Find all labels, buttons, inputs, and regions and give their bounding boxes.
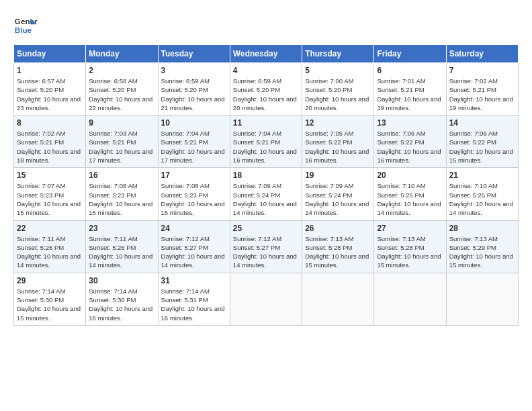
calendar-day-cell: 4 Sunrise: 6:59 AMSunset: 5:20 PMDayligh… — [230, 63, 302, 116]
day-info: Sunrise: 7:14 AMSunset: 5:31 PMDaylight:… — [161, 287, 225, 322]
day-info: Sunrise: 7:07 AMSunset: 5:23 PMDaylight:… — [17, 182, 81, 216]
calendar-day-cell: 27 Sunrise: 7:13 AMSunset: 5:28 PMDaylig… — [374, 220, 446, 273]
day-info: Sunrise: 7:13 AMSunset: 5:29 PMDaylight:… — [449, 235, 513, 269]
calendar-day-cell: 14 Sunrise: 7:06 AMSunset: 5:22 PMDaylig… — [446, 116, 518, 168]
weekday-header-sunday: Sunday — [14, 45, 86, 63]
weekday-header-thursday: Thursday — [302, 45, 374, 63]
calendar-day-cell: 16 Sunrise: 7:08 AMSunset: 5:23 PMDaylig… — [86, 168, 158, 220]
calendar-day-cell: 22 Sunrise: 7:11 AMSunset: 5:26 PMDaylig… — [14, 220, 86, 273]
day-info: Sunrise: 7:10 AMSunset: 5:25 PMDaylight:… — [449, 182, 513, 216]
day-info: Sunrise: 7:02 AMSunset: 5:21 PMDaylight:… — [17, 130, 81, 164]
calendar-day-cell: 17 Sunrise: 7:08 AMSunset: 5:23 PMDaylig… — [158, 168, 230, 220]
calendar-day-cell: 21 Sunrise: 7:10 AMSunset: 5:25 PMDaylig… — [446, 168, 518, 220]
day-number: 30 — [89, 276, 154, 285]
day-number: 13 — [377, 118, 443, 128]
day-info: Sunrise: 7:06 AMSunset: 5:22 PMDaylight:… — [377, 130, 441, 164]
day-number: 26 — [305, 224, 371, 233]
calendar-day-cell: 31 Sunrise: 7:14 AMSunset: 5:31 PMDaylig… — [158, 273, 230, 325]
day-number: 8 — [17, 118, 83, 128]
calendar-week-row: 15 Sunrise: 7:07 AMSunset: 5:23 PMDaylig… — [14, 168, 519, 220]
calendar-day-cell: 23 Sunrise: 7:11 AMSunset: 5:26 PMDaylig… — [86, 220, 158, 273]
day-number: 21 — [449, 171, 515, 180]
calendar-day-cell — [374, 273, 446, 325]
logo-icon: General Blue — [13, 13, 38, 38]
calendar-day-cell — [302, 273, 374, 325]
day-info: Sunrise: 7:14 AMSunset: 5:30 PMDaylight:… — [89, 287, 152, 322]
calendar-day-cell: 25 Sunrise: 7:12 AMSunset: 5:27 PMDaylig… — [230, 220, 302, 273]
calendar-day-cell: 2 Sunrise: 6:58 AMSunset: 5:20 PMDayligh… — [86, 63, 158, 116]
day-info: Sunrise: 6:57 AMSunset: 5:20 PMDaylight:… — [17, 77, 81, 111]
day-info: Sunrise: 6:59 AMSunset: 5:20 PMDaylight:… — [233, 77, 297, 111]
calendar-day-cell: 7 Sunrise: 7:02 AMSunset: 5:21 PMDayligh… — [446, 63, 518, 116]
calendar-week-row: 1 Sunrise: 6:57 AMSunset: 5:20 PMDayligh… — [14, 63, 519, 116]
day-number: 4 — [233, 66, 299, 75]
calendar-day-cell — [230, 273, 302, 325]
day-number: 11 — [233, 118, 299, 128]
day-info: Sunrise: 7:04 AMSunset: 5:21 PMDaylight:… — [233, 130, 297, 164]
day-number: 12 — [305, 118, 371, 128]
calendar-day-cell: 20 Sunrise: 7:10 AMSunset: 5:25 PMDaylig… — [374, 168, 446, 220]
day-info: Sunrise: 7:04 AMSunset: 5:21 PMDaylight:… — [161, 130, 225, 164]
day-number: 14 — [449, 118, 515, 128]
day-info: Sunrise: 7:11 AMSunset: 5:26 PMDaylight:… — [89, 235, 152, 269]
day-info: Sunrise: 7:02 AMSunset: 5:21 PMDaylight:… — [449, 77, 513, 111]
weekday-header-saturday: Saturday — [446, 45, 518, 63]
logo: General Blue — [13, 13, 38, 38]
page-header: General Blue — [13, 13, 519, 38]
calendar-day-cell: 15 Sunrise: 7:07 AMSunset: 5:23 PMDaylig… — [14, 168, 86, 220]
day-info: Sunrise: 7:08 AMSunset: 5:23 PMDaylight:… — [89, 182, 152, 216]
calendar-day-cell: 9 Sunrise: 7:03 AMSunset: 5:21 PMDayligh… — [86, 116, 158, 168]
day-number: 22 — [17, 224, 83, 233]
day-info: Sunrise: 7:00 AMSunset: 5:20 PMDaylight:… — [305, 77, 369, 111]
calendar-day-cell: 26 Sunrise: 7:13 AMSunset: 5:28 PMDaylig… — [302, 220, 374, 273]
day-info: Sunrise: 6:59 AMSunset: 5:20 PMDaylight:… — [161, 77, 225, 111]
day-number: 10 — [161, 118, 227, 128]
day-info: Sunrise: 7:14 AMSunset: 5:30 PMDaylight:… — [17, 287, 81, 322]
calendar-day-cell — [446, 273, 518, 325]
weekday-header-friday: Friday — [374, 45, 446, 63]
day-number: 9 — [89, 118, 154, 128]
weekday-header-tuesday: Tuesday — [158, 45, 230, 63]
day-number: 17 — [161, 171, 227, 180]
calendar-day-cell: 11 Sunrise: 7:04 AMSunset: 5:21 PMDaylig… — [230, 116, 302, 168]
day-info: Sunrise: 7:13 AMSunset: 5:28 PMDaylight:… — [305, 235, 369, 269]
calendar-table: SundayMondayTuesdayWednesdayThursdayFrid… — [13, 44, 519, 326]
day-info: Sunrise: 7:05 AMSunset: 5:22 PMDaylight:… — [305, 130, 369, 164]
weekday-header-monday: Monday — [86, 45, 158, 63]
day-number: 6 — [377, 66, 443, 75]
calendar-day-cell: 24 Sunrise: 7:12 AMSunset: 5:27 PMDaylig… — [158, 220, 230, 273]
day-number: 19 — [305, 171, 371, 180]
calendar-week-row: 22 Sunrise: 7:11 AMSunset: 5:26 PMDaylig… — [14, 220, 519, 273]
day-info: Sunrise: 7:01 AMSunset: 5:21 PMDaylight:… — [377, 77, 441, 111]
day-info: Sunrise: 7:11 AMSunset: 5:26 PMDaylight:… — [17, 235, 81, 269]
day-number: 20 — [377, 171, 443, 180]
calendar-day-cell: 3 Sunrise: 6:59 AMSunset: 5:20 PMDayligh… — [158, 63, 230, 116]
day-info: Sunrise: 7:03 AMSunset: 5:21 PMDaylight:… — [89, 130, 152, 164]
calendar-week-row: 29 Sunrise: 7:14 AMSunset: 5:30 PMDaylig… — [14, 273, 519, 325]
calendar-day-cell: 5 Sunrise: 7:00 AMSunset: 5:20 PMDayligh… — [302, 63, 374, 116]
day-number: 18 — [233, 171, 299, 180]
day-info: Sunrise: 6:58 AMSunset: 5:20 PMDaylight:… — [89, 77, 152, 111]
calendar-body: 1 Sunrise: 6:57 AMSunset: 5:20 PMDayligh… — [14, 63, 519, 326]
calendar-day-cell: 13 Sunrise: 7:06 AMSunset: 5:22 PMDaylig… — [374, 116, 446, 168]
day-number: 29 — [17, 276, 83, 285]
day-info: Sunrise: 7:08 AMSunset: 5:23 PMDaylight:… — [161, 182, 225, 216]
calendar-day-cell: 29 Sunrise: 7:14 AMSunset: 5:30 PMDaylig… — [14, 273, 86, 325]
svg-text:Blue: Blue — [15, 26, 32, 34]
day-info: Sunrise: 7:09 AMSunset: 5:24 PMDaylight:… — [233, 182, 297, 216]
day-number: 3 — [161, 66, 227, 75]
calendar-day-cell: 28 Sunrise: 7:13 AMSunset: 5:29 PMDaylig… — [446, 220, 518, 273]
day-info: Sunrise: 7:09 AMSunset: 5:24 PMDaylight:… — [305, 182, 369, 216]
day-info: Sunrise: 7:10 AMSunset: 5:25 PMDaylight:… — [377, 182, 441, 216]
day-number: 28 — [449, 224, 515, 233]
svg-text:General: General — [15, 17, 38, 26]
day-number: 27 — [377, 224, 443, 233]
calendar-day-cell: 1 Sunrise: 6:57 AMSunset: 5:20 PMDayligh… — [14, 63, 86, 116]
day-number: 1 — [17, 66, 83, 75]
day-number: 16 — [89, 171, 154, 180]
calendar-header-row: SundayMondayTuesdayWednesdayThursdayFrid… — [14, 45, 519, 63]
calendar-day-cell: 30 Sunrise: 7:14 AMSunset: 5:30 PMDaylig… — [86, 273, 158, 325]
calendar-day-cell: 6 Sunrise: 7:01 AMSunset: 5:21 PMDayligh… — [374, 63, 446, 116]
calendar-day-cell: 12 Sunrise: 7:05 AMSunset: 5:22 PMDaylig… — [302, 116, 374, 168]
day-info: Sunrise: 7:06 AMSunset: 5:22 PMDaylight:… — [449, 130, 513, 164]
